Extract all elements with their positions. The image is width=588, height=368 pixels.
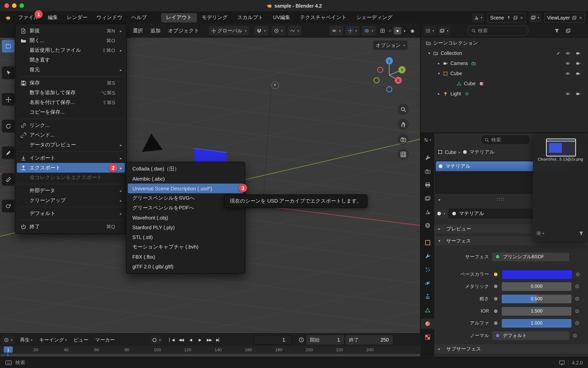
outliner-row-scene-collection[interactable]: シーンコレクション — [421, 38, 588, 48]
camera-view-button[interactable] — [397, 134, 409, 145]
shading-material-button[interactable]: ◐ — [401, 27, 409, 35]
file-menu-item-new[interactable]: 新規⌘N▸ — [17, 26, 125, 36]
menu-help[interactable]: ヘルプ — [127, 13, 151, 22]
timeline-ruler[interactable]: 20 40 60 80 100 120 140 160 180 200 220 … — [0, 346, 421, 354]
file-menu-item-recover[interactable]: 復元▸ — [17, 65, 125, 75]
expander-icon[interactable]: ▾ — [438, 71, 443, 75]
menu-object[interactable]: オブジェクト — [164, 26, 203, 35]
file-menu-item-save[interactable]: 保存⌘S — [17, 78, 125, 88]
file-menu-item-defaults[interactable]: デフォルト▸ — [17, 209, 125, 218]
submenu-item-fbx[interactable]: FBX (.fbx) — [128, 252, 243, 262]
outliner-type-dropdown[interactable]: ▾ — [424, 26, 436, 35]
expander-icon[interactable]: ▸ — [438, 92, 443, 96]
submenu-item-obj[interactable]: Wavefront (.obj) — [128, 213, 243, 222]
file-menu-item-append[interactable]: アペンド... — [17, 130, 125, 140]
current-frame-marker[interactable]: 1 — [4, 346, 13, 353]
menu-view[interactable]: ビュー — [70, 335, 92, 344]
zoom-tool-button[interactable] — [397, 103, 409, 115]
next-keyframe-button[interactable]: ▶▶ — [205, 335, 214, 344]
decorator-dot[interactable] — [575, 297, 579, 301]
workspace-tab-sculpting[interactable]: スカルプト — [232, 13, 268, 22]
shading-solid-button[interactable]: ● — [394, 27, 401, 35]
properties-search-input[interactable]: 検索 — [481, 135, 530, 145]
workspace-tab-uv[interactable]: UV編集 — [268, 13, 295, 22]
tab-constraints[interactable] — [421, 292, 434, 302]
decorator-dot[interactable] — [575, 285, 579, 288]
workspace-tab-shading[interactable]: シェーディング — [351, 13, 397, 22]
auto-keying-toggle[interactable]: ▾ — [151, 335, 162, 344]
light-object[interactable] — [271, 81, 279, 89]
xray-toggle[interactable] — [379, 27, 386, 35]
tool-move[interactable] — [2, 93, 15, 106]
titlebar[interactable]: sample - Blender 4.2 — [0, 0, 588, 12]
gear-icon[interactable]: ▾ — [536, 230, 544, 236]
file-menu-item-cleanup[interactable]: クリーンアップ▸ — [17, 196, 125, 205]
snap-toggle[interactable]: ▾ — [254, 26, 268, 35]
jump-to-end-button[interactable]: ▶▏ — [214, 335, 223, 344]
breadcrumb-object[interactable]: Cube — [445, 149, 456, 155]
menu-edit[interactable]: 編集 — [43, 13, 62, 22]
render-visibility-icon[interactable] — [576, 51, 580, 55]
workspace-tab-layout[interactable]: レイアウト — [161, 13, 197, 22]
tab-render[interactable] — [421, 166, 434, 176]
menu-add[interactable]: 追加 — [147, 26, 164, 35]
menu-render[interactable]: レンダー — [62, 13, 92, 22]
collection-checkbox[interactable]: ✓ — [556, 50, 560, 56]
ior-slider[interactable]: 1.500 — [502, 307, 571, 315]
blender-logo-icon[interactable] — [3, 14, 12, 21]
scene-selector[interactable]: Scene × — [487, 13, 526, 23]
expander-icon[interactable]: ▸ — [438, 61, 443, 65]
submenu-item-gltf[interactable]: glTF 2.0 (.glb/.gltf) — [128, 262, 243, 271]
navigation-gizmo[interactable]: Z Y X — [367, 56, 412, 101]
workspace-tab-modeling[interactable]: モデリング — [197, 13, 232, 22]
transform-orientation-dropdown[interactable]: グローバル▾ — [209, 26, 249, 35]
submenu-item-bvh[interactable]: モーションキャプチャ (.bvh) — [128, 242, 243, 252]
submenu-item-ply[interactable]: Stanford PLY (.ply) — [128, 223, 243, 232]
play-reverse-button[interactable]: ◀ — [186, 335, 195, 344]
submenu-item-usd[interactable]: Universal Scene Description (.usd*) — [128, 184, 243, 193]
file-menu-item-external-data[interactable]: 外部データ▸ — [17, 186, 125, 196]
minimize-window-button[interactable] — [12, 3, 17, 8]
current-frame-field[interactable]: 1 — [254, 335, 292, 344]
shading-wireframe-button[interactable]: ○ — [386, 27, 394, 35]
file-menu-item-quit[interactable]: 終了⌘Q — [17, 222, 125, 231]
pin-icon[interactable] — [507, 16, 511, 20]
hide-eye-icon[interactable] — [565, 92, 570, 96]
play-button[interactable]: ▶ — [195, 335, 205, 344]
file-menu-item-import[interactable]: インポート▸ — [17, 153, 125, 163]
tab-view-layer[interactable] — [421, 193, 434, 203]
shading-rendered-button[interactable]: ◉ — [409, 27, 416, 35]
timeline-editor-dropdown[interactable]: ▾ — [2, 335, 14, 344]
file-menu-item-revert[interactable]: 開き直す — [17, 55, 125, 65]
drag-grip-icon[interactable]: ∷∷ — [497, 197, 505, 202]
tab-tool[interactable] — [421, 153, 434, 163]
normal-input-button[interactable]: デフォルト — [492, 331, 569, 340]
outliner-filter-button[interactable] — [554, 28, 559, 33]
hide-eye-icon[interactable] — [565, 71, 570, 75]
slot-specials-button[interactable]: ▸ — [439, 197, 441, 202]
filter-funnel-icon[interactable] — [579, 231, 584, 236]
tab-output[interactable] — [421, 180, 434, 190]
file-menu-item-save-as[interactable]: 名前を付けて保存...⇧⌘S — [17, 98, 125, 107]
file-menu-item-data-preview[interactable]: データのプレビュー▸ — [17, 140, 125, 150]
tab-modifiers[interactable] — [421, 251, 434, 261]
panel-header-subsurface[interactable]: ▸サブサーフェス — [434, 344, 588, 354]
base-color-swatch[interactable] — [502, 270, 572, 279]
statusbar-search-hint[interactable]: 検索 — [15, 359, 25, 366]
submenu-item-collada[interactable]: Collada (.dae)（旧） — [128, 164, 243, 174]
use-preview-range-icon[interactable] — [298, 337, 304, 343]
tool-annotate[interactable] — [2, 146, 15, 159]
frame-end-field[interactable]: 終了250 — [345, 335, 392, 344]
outliner-row-collection[interactable]: ▾ Collection ✓ — [421, 48, 588, 58]
alpha-slider[interactable]: 1.000 — [502, 319, 571, 327]
outliner-row-cube-mesh[interactable]: Cube — [421, 78, 588, 89]
viewlayer-browse-button[interactable]: ▾ — [529, 13, 541, 22]
file-menu-item-link[interactable]: リンク... — [17, 120, 125, 130]
decorator-dot[interactable] — [576, 272, 580, 276]
tool-add-cube[interactable] — [2, 200, 15, 212]
roughness-slider[interactable]: 0.500 — [502, 294, 571, 303]
decorator-dot[interactable] — [573, 333, 577, 337]
tab-object-data[interactable] — [421, 305, 434, 315]
outliner-row-light[interactable]: ▸ Light — [421, 89, 588, 99]
file-menu-item-export-all-collections[interactable]: 全コレクションをエクスポート — [17, 173, 125, 182]
